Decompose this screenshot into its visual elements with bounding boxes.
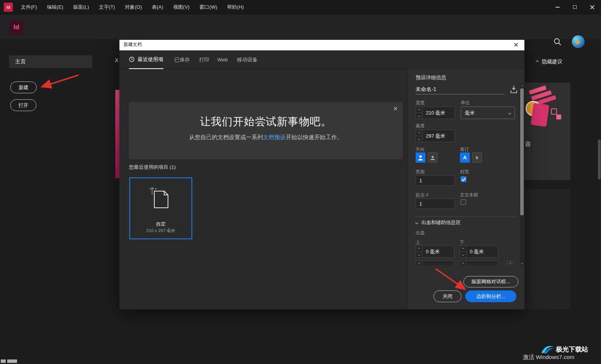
height-stepper[interactable]: 297 毫米 bbox=[416, 130, 455, 142]
chevron-down-icon bbox=[415, 221, 418, 224]
banner-close-button[interactable] bbox=[393, 107, 397, 112]
menu-file[interactable]: 文件(F) bbox=[16, 0, 42, 14]
subtitle-post: 开始以快速开始工作。 bbox=[286, 134, 343, 140]
lower-section-card bbox=[524, 189, 570, 309]
dialog-titlebar[interactable]: 新建文档 bbox=[119, 39, 524, 50]
menu-type[interactable]: 文字(T) bbox=[94, 0, 120, 14]
open-button[interactable]: 打开 bbox=[10, 99, 36, 111]
unit-select[interactable]: 毫米 bbox=[461, 107, 515, 119]
bleed-bottom-label: 下 bbox=[460, 239, 464, 246]
tab-saved[interactable]: 已保存 bbox=[174, 50, 190, 69]
clipped-text-left: X bbox=[115, 57, 118, 63]
home-scrollbar-thumb[interactable] bbox=[598, 140, 601, 179]
tab-mobile-label: 移动设备 bbox=[237, 56, 257, 63]
clipped-card-sliver bbox=[115, 90, 119, 178]
menu-view[interactable]: 视图(V) bbox=[168, 0, 195, 14]
height-label: 高度 bbox=[416, 123, 425, 129]
close-icon bbox=[393, 107, 397, 111]
binding-left-button[interactable]: A bbox=[460, 152, 470, 163]
new-document-button[interactable]: 新建 bbox=[10, 82, 37, 93]
save-preset-icon[interactable] bbox=[509, 85, 518, 94]
facing-pages-label: 对页 bbox=[460, 169, 469, 175]
stepper-arrows[interactable] bbox=[460, 246, 466, 257]
user-avatar[interactable] bbox=[571, 35, 585, 49]
close-icon bbox=[514, 42, 518, 47]
hide-suggestions-toggle[interactable]: 隐藏建议 bbox=[536, 58, 562, 65]
search-icon[interactable] bbox=[553, 37, 562, 46]
menu-window[interactable]: 窗口(W) bbox=[195, 0, 222, 14]
binding-left-glyph: A bbox=[463, 155, 466, 160]
menu-table[interactable]: 表(A) bbox=[147, 0, 168, 14]
close-dialog-button[interactable]: 关闭 bbox=[433, 290, 461, 302]
unit-label: 单位 bbox=[461, 100, 470, 106]
sidebar-item-home[interactable]: 主页 bbox=[9, 55, 92, 68]
primary-text-frame-label: 主文本框 bbox=[460, 192, 478, 198]
clipped-stepper-fragment bbox=[460, 260, 498, 265]
chevron-down-icon bbox=[521, 262, 523, 264]
scrollbar-thumb[interactable] bbox=[520, 88, 524, 215]
stepper-arrows[interactable] bbox=[416, 107, 422, 119]
chevron-up-icon bbox=[418, 132, 420, 134]
document-presets-link[interactable]: 文档预设 bbox=[263, 134, 286, 140]
dialog-close-button[interactable] bbox=[508, 39, 524, 50]
orientation-portrait-button[interactable] bbox=[416, 152, 425, 163]
hide-suggestions-label: 隐藏建议 bbox=[542, 58, 562, 65]
bleed-bottom-value: 0 毫米 bbox=[466, 246, 498, 257]
bleed-top-stepper[interactable]: 0 毫米 bbox=[416, 245, 454, 258]
bleed-label: 出血 bbox=[416, 230, 425, 236]
dialog-title: 新建文档 bbox=[124, 41, 142, 48]
clipped-stepper-fragment bbox=[416, 260, 454, 265]
menu-help[interactable]: 帮助(H) bbox=[222, 0, 249, 14]
tab-recent-label: 最近使用项 bbox=[138, 56, 163, 63]
indesign-mini-icon: Id bbox=[4, 3, 13, 12]
scrollbar-up-arrow[interactable] bbox=[520, 83, 524, 88]
start-number-input[interactable]: 1 bbox=[416, 198, 455, 209]
minimize-button[interactable] bbox=[549, 0, 566, 14]
bleed-bottom-stepper[interactable]: 0 毫米 bbox=[460, 245, 498, 258]
chevron-down-icon bbox=[508, 111, 511, 114]
portrait-person-icon bbox=[417, 154, 424, 161]
maximize-icon bbox=[573, 5, 577, 9]
welcome-banner: 让我们开始尝试新事物吧。 从您自己的文档设置或一系列文档预设开始以快速开始工作。 bbox=[129, 102, 403, 159]
chevron-up-icon bbox=[418, 109, 420, 111]
watermark-line2: 激活 Windows7.com bbox=[523, 354, 574, 361]
menu-layout[interactable]: 版面(L) bbox=[68, 0, 94, 14]
tab-print[interactable]: 打印 bbox=[199, 50, 209, 69]
height-value: 297 毫米 bbox=[422, 130, 455, 142]
close-window-button[interactable] bbox=[584, 0, 601, 14]
primary-text-frame-checkbox[interactable] bbox=[461, 199, 466, 205]
tab-mobile[interactable]: 移动设备 bbox=[237, 50, 257, 69]
menu-object[interactable]: 对象(O) bbox=[120, 0, 147, 14]
unit-value: 毫米 bbox=[465, 110, 475, 116]
suggestion-card[interactable] bbox=[524, 83, 570, 180]
pages-input[interactable]: 1 bbox=[416, 175, 455, 186]
watermark-site-name: 极光下载站 bbox=[556, 345, 588, 354]
menu-edit[interactable]: 编辑(E) bbox=[42, 0, 68, 14]
stepper-arrows[interactable] bbox=[416, 246, 422, 257]
tab-web[interactable]: Web bbox=[217, 50, 228, 69]
clock-icon bbox=[129, 56, 135, 62]
scrollbar-down-arrow[interactable] bbox=[520, 260, 524, 265]
margins-columns-button[interactable]: 边距和分栏... bbox=[465, 290, 516, 302]
banner-title: 让我们开始尝试新事物吧。 bbox=[129, 115, 403, 129]
facing-pages-checkbox[interactable] bbox=[461, 176, 466, 182]
pages-label: 页面 bbox=[416, 169, 425, 175]
tab-web-label: Web bbox=[217, 57, 228, 63]
dialog-main-area: 让我们开始尝试新事物吧。 从您自己的文档设置或一系列文档预设开始以快速开始工作。… bbox=[119, 69, 408, 309]
chevron-down-icon bbox=[418, 254, 420, 256]
chevron-down-icon bbox=[418, 115, 420, 117]
layout-grid-dialog-button[interactable]: 版面网格对话框... bbox=[463, 276, 518, 287]
bleed-top-value: 0 毫米 bbox=[422, 246, 454, 257]
width-stepper[interactable]: 210 毫米 bbox=[416, 107, 455, 119]
orientation-landscape-button[interactable] bbox=[428, 152, 438, 163]
binding-right-button[interactable]: k bbox=[472, 152, 482, 163]
panel-scrollbar[interactable] bbox=[520, 83, 524, 265]
bleed-slug-section-toggle[interactable]: 出血和辅助信息区 bbox=[416, 219, 461, 226]
maximize-button[interactable] bbox=[566, 0, 584, 14]
document-name-input[interactable]: 未命名-1 bbox=[416, 85, 504, 94]
tab-recent[interactable]: 最近使用项 bbox=[129, 50, 163, 69]
recent-document-card[interactable]: 自定 210 x 297 毫米 bbox=[129, 177, 192, 239]
clipped-text-fragment bbox=[1, 359, 17, 363]
stepper-arrows[interactable] bbox=[416, 130, 422, 142]
chevron-down-icon bbox=[418, 138, 420, 140]
